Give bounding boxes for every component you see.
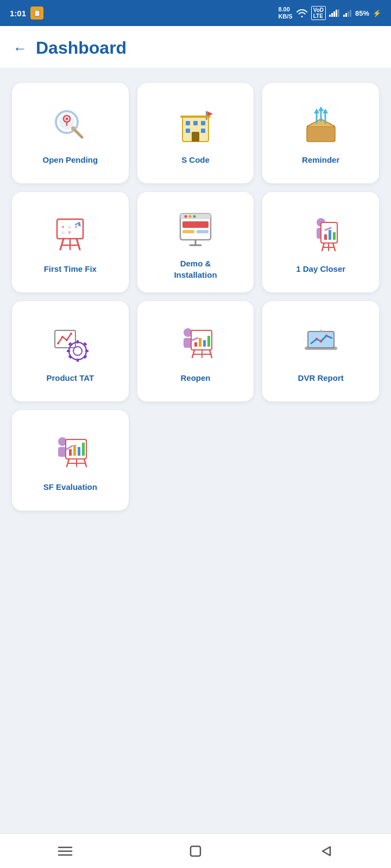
status-bar: 1:01 📋 8.00KB/S VoDLTE 85% ⚡ [0,0,391,26]
svg-rect-102 [69,449,72,456]
svg-rect-59 [329,230,331,240]
nav-home-button[interactable] [179,839,212,863]
svg-point-47 [184,215,187,218]
volte-badge: VoDLTE [311,6,326,20]
svg-marker-30 [318,106,324,111]
svg-rect-87 [207,336,210,347]
svg-point-69 [66,339,68,341]
svg-line-41 [60,239,64,250]
svg-rect-5 [343,15,345,17]
hamburger-icon [58,845,73,857]
reopen-icon [174,322,217,365]
svg-point-48 [188,215,191,218]
network-speed: 8.00KB/S [278,6,292,20]
dvr-report-label: DVR Report [298,373,344,384]
svg-rect-0 [329,15,331,17]
svg-rect-60 [333,232,336,240]
card-first-time-fix[interactable]: × ○ × ○ × First Time Fix [12,192,129,292]
svg-rect-94 [308,331,334,348]
svg-point-72 [73,347,82,355]
product-tat-icon [48,322,92,365]
svg-rect-18 [193,121,198,125]
svg-rect-104 [78,447,80,456]
dashboard-grid: Open Pending [12,83,379,510]
content-area: Open Pending [0,68,391,833]
svg-rect-19 [201,121,205,125]
svg-rect-17 [186,121,190,125]
card-product-tat[interactable]: Product TAT [12,301,129,401]
svg-rect-73 [77,340,79,343]
card-sf-evaluation[interactable]: SF Evaluation [12,410,129,510]
svg-text:○: ○ [61,229,65,235]
svg-rect-51 [182,230,194,233]
reminder-label: Reminder [302,155,339,165]
svg-rect-58 [324,234,327,240]
svg-rect-25 [180,116,211,118]
svg-text:×: × [74,224,78,230]
svg-point-68 [61,336,64,338]
first-time-fix-label: First Time Fix [44,264,97,275]
svg-point-15 [71,126,75,131]
svg-rect-75 [67,350,70,352]
card-demo-installation[interactable]: Demo & Installation [137,192,254,292]
svg-line-14 [74,130,82,137]
demo-installation-icon [174,207,217,251]
svg-rect-4 [338,9,339,17]
card-s-code[interactable]: S Code [137,83,254,183]
svg-point-67 [57,342,59,344]
reopen-label: Reopen [180,373,210,384]
svg-rect-103 [73,445,76,456]
back-button[interactable]: ← [13,41,27,55]
svg-rect-79 [68,355,72,359]
s-code-label: S Code [181,155,210,165]
svg-rect-80 [84,355,87,359]
card-1-day-closer[interactable]: 1 Day Closer [262,192,379,292]
svg-point-12 [66,118,68,120]
svg-point-97 [325,335,327,337]
battery-bolt: ⚡ [373,9,381,17]
svg-rect-7 [348,11,349,17]
status-time: 1:01 [10,9,26,18]
svg-point-49 [193,215,195,218]
app-icon: 📋 [30,7,43,20]
dvr-report-icon [299,322,343,365]
svg-rect-21 [201,129,205,133]
1-day-closer-label: 1 Day Closer [296,264,345,275]
svg-point-98 [320,329,322,331]
status-left: 1:01 📋 [10,7,43,20]
svg-rect-8 [350,10,351,17]
signal-icon [329,9,340,17]
svg-rect-84 [194,342,197,347]
signal2-icon [343,9,352,17]
page-title: Dashboard [36,38,127,58]
svg-point-95 [315,338,318,341]
svg-rect-74 [77,359,79,362]
svg-rect-76 [85,350,89,352]
svg-rect-52 [197,230,209,233]
svg-rect-105 [82,443,85,456]
sf-evaluation-label: SF Evaluation [43,482,97,493]
battery-label: 85% [355,9,369,17]
svg-rect-1 [331,13,333,17]
1-day-closer-icon [299,213,343,256]
card-dvr-report[interactable]: DVR Report [262,301,379,401]
svg-rect-86 [203,340,206,347]
svg-point-96 [319,340,322,343]
first-time-fix-icon: × ○ × ○ × [48,213,92,256]
svg-rect-20 [186,129,190,133]
svg-rect-6 [345,13,347,17]
svg-rect-2 [333,11,335,17]
demo-installation-label: Demo & Installation [174,258,217,280]
card-open-pending[interactable]: Open Pending [12,83,129,183]
nav-back-button[interactable] [310,839,342,863]
svg-point-70 [70,333,72,335]
s-code-icon [174,104,217,147]
svg-rect-114 [191,846,200,856]
card-reopen[interactable]: Reopen [137,301,254,401]
product-tat-label: Product TAT [46,373,94,384]
svg-line-42 [77,239,80,250]
nav-menu-button[interactable] [49,839,81,863]
reminder-icon [299,104,343,147]
svg-rect-3 [336,10,337,17]
card-reminder[interactable]: Reminder [262,83,379,183]
